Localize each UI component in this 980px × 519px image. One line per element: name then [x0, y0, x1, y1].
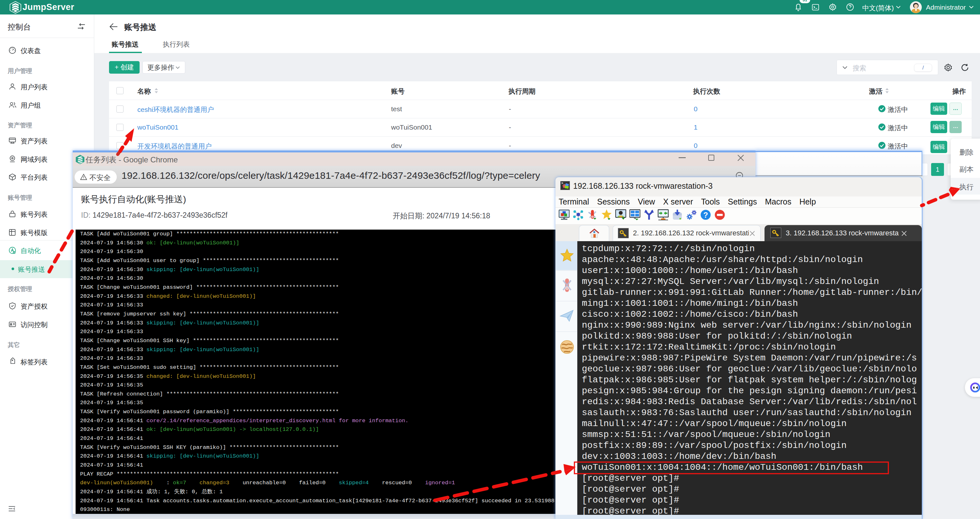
svg-text:?: ? — [703, 211, 708, 219]
